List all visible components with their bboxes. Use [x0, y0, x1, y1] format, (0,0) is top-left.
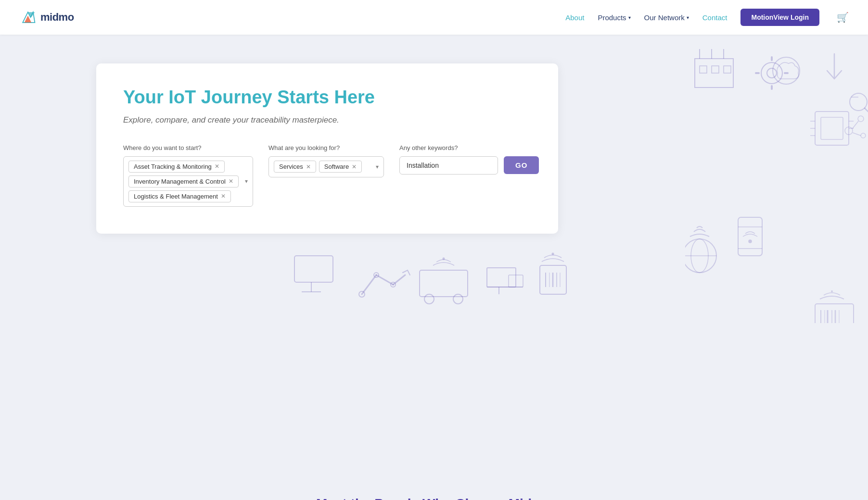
motionview-login-button[interactable]: MotionView Login: [740, 9, 819, 26]
svg-line-27: [853, 121, 858, 128]
tag-asset-remove[interactable]: ✕: [215, 163, 219, 169]
main-search-card: Your IoT Journey Starts Here Explore, co…: [96, 63, 558, 234]
logo[interactable]: midmo: [19, 9, 74, 26]
svg-point-30: [691, 239, 708, 273]
decor-icons-right: [685, 35, 868, 323]
hero-title: Your IoT Journey Starts Here: [123, 87, 531, 109]
svg-point-58: [453, 294, 463, 304]
hero-section: Your IoT Journey Starts Here Explore, co…: [0, 35, 868, 323]
nav-contact[interactable]: Contact: [702, 13, 728, 22]
svg-rect-6: [724, 66, 731, 73]
dropdown-arrow-1[interactable]: ▾: [245, 178, 248, 185]
svg-point-35: [749, 240, 752, 243]
tag-inventory-remove[interactable]: ✕: [229, 178, 233, 184]
svg-point-11: [767, 68, 777, 78]
products-chevron-icon: ▾: [628, 15, 631, 20]
svg-point-65: [552, 253, 554, 255]
svg-rect-32: [738, 217, 762, 256]
svg-point-55: [391, 282, 396, 287]
nav-products[interactable]: Products ▾: [598, 13, 630, 22]
keyword-input[interactable]: [399, 156, 498, 175]
go-button[interactable]: GO: [504, 156, 539, 174]
tag-inventory[interactable]: Inventory Management & Control ✕: [128, 175, 239, 188]
tag-software[interactable]: Software ✕: [319, 161, 362, 173]
svg-rect-18: [821, 117, 843, 139]
tag-software-remove[interactable]: ✕: [352, 164, 357, 170]
tags-dropdown-2[interactable]: Services ✕ Software ✕ ▾: [268, 156, 384, 177]
svg-point-26: [861, 133, 866, 138]
svg-point-54: [374, 273, 379, 277]
svg-line-51: [376, 275, 393, 285]
tags-container-1: Asset Tracking & Monitoring ✕ Inventory …: [128, 161, 248, 202]
svg-point-53: [359, 291, 365, 297]
svg-point-36: [850, 93, 867, 111]
filter2-label: What are you looking for?: [268, 144, 384, 151]
nav-our-network[interactable]: Our Network ▾: [644, 13, 689, 22]
svg-line-37: [865, 108, 868, 114]
svg-rect-56: [420, 270, 468, 297]
logo-text: midmo: [40, 11, 74, 24]
tag-services-remove[interactable]: ✕: [306, 164, 311, 170]
header: midmo About Products ▾ Our Network ▾ Con…: [0, 0, 868, 35]
bottom-decor-icons: [266, 227, 602, 323]
meet-section-title: Meet the People Who Choose Midmo: [0, 477, 868, 500]
nav-about[interactable]: About: [565, 13, 584, 22]
tags-dropdown-1[interactable]: Asset Tracking & Monitoring ✕ Inventory …: [123, 156, 253, 207]
svg-point-57: [424, 294, 434, 304]
svg-point-16: [773, 57, 800, 84]
svg-rect-4: [700, 66, 707, 73]
svg-rect-64: [540, 265, 566, 294]
svg-rect-60: [487, 268, 516, 287]
svg-point-59: [443, 258, 445, 260]
tag-asset-tracking[interactable]: Asset Tracking & Monitoring ✕: [128, 161, 225, 173]
tag-logistics-remove[interactable]: ✕: [221, 193, 226, 199]
cart-icon[interactable]: 🛒: [837, 12, 849, 23]
filter-col-3: Any other keywords? GO: [399, 144, 539, 175]
svg-rect-39: [815, 304, 854, 323]
tag-logistics[interactable]: Logistics & Fleet Management ✕: [128, 190, 231, 202]
svg-line-50: [362, 275, 376, 294]
meet-section: Meet the People Who Choose Midmo IT Prof…: [0, 323, 868, 500]
svg-rect-47: [294, 256, 333, 282]
svg-rect-5: [712, 66, 719, 73]
dropdown-arrow-2[interactable]: ▾: [376, 163, 379, 170]
svg-point-10: [761, 62, 782, 84]
filter-col-2: What are you looking for? Services ✕ Sof…: [268, 144, 384, 177]
svg-point-25: [858, 116, 864, 122]
svg-rect-62: [509, 275, 523, 287]
svg-line-28: [853, 133, 861, 136]
filter1-label: Where do you want to start?: [123, 144, 253, 151]
tag-services[interactable]: Services ✕: [274, 161, 316, 173]
svg-point-29: [685, 239, 716, 273]
svg-rect-3: [695, 59, 733, 88]
network-chevron-icon: ▾: [687, 15, 689, 20]
svg-rect-17: [815, 112, 849, 145]
svg-line-52: [393, 275, 405, 285]
svg-point-24: [845, 127, 853, 135]
hero-subtitle: Explore, compare, and create your tracea…: [123, 115, 531, 125]
main-nav: About Products ▾ Our Network ▾ Contact M…: [565, 9, 849, 26]
filter-row: Where do you want to start? Asset Tracki…: [123, 144, 531, 207]
svg-point-46: [831, 290, 833, 292]
logo-icon: [19, 9, 37, 26]
iot-background-icons: [685, 35, 868, 323]
filter3-label: Any other keywords?: [399, 144, 539, 151]
filter-col-1: Where do you want to start? Asset Tracki…: [123, 144, 253, 207]
